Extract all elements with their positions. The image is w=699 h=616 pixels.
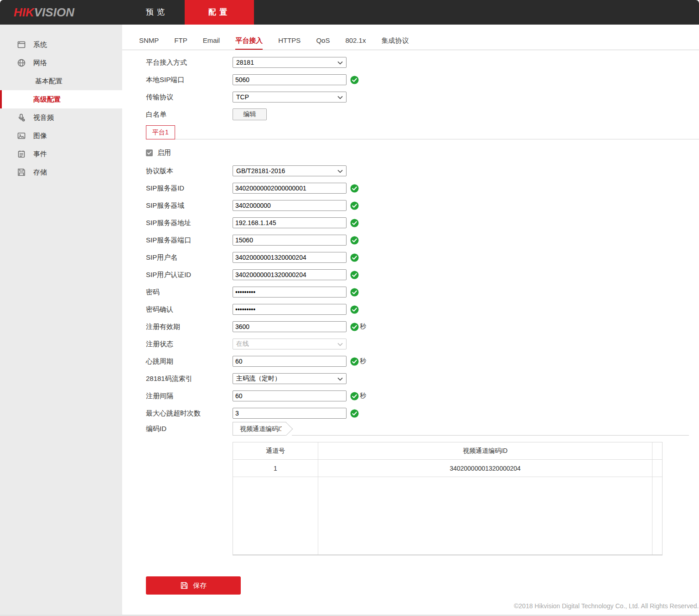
tab-qos[interactable]: QoS [316, 32, 330, 50]
topnav-preview[interactable]: 预览 [129, 0, 185, 25]
form-row-sip-server-address: SIP服务器地址 [146, 214, 699, 231]
event-icon [16, 149, 26, 159]
stream-index-28181-label: 28181码流索引 [146, 375, 233, 383]
sip-server-domain-label: SIP服务器域 [146, 201, 233, 210]
enable-checkbox[interactable] [146, 149, 153, 156]
table-header-scroll-column [652, 442, 662, 460]
sip-server-port-label: SIP服务器端口 [146, 236, 233, 245]
sidebar-subitem-advanced-config[interactable]: 高级配置 [0, 90, 122, 108]
password-input[interactable] [233, 287, 347, 298]
form-row-register-status: 注册状态在线 [146, 335, 699, 353]
heartbeat-cycle-unit-label: 秒 [360, 357, 366, 365]
sip-server-port-input[interactable] [233, 235, 347, 246]
sip-user-auth-id-input[interactable] [233, 269, 347, 280]
register-interval-input[interactable] [233, 390, 347, 401]
chevron-down-icon [337, 59, 343, 66]
sip-server-address-input[interactable] [233, 217, 347, 228]
form-row-protocol-version: 协议版本GB/T28181-2016 [146, 162, 699, 180]
form-row-local-sip-port: 本地SIP端口 [146, 71, 699, 88]
register-interval-label: 注册间隔 [146, 392, 233, 400]
config-tabs: SNMPFTPEmail平台接入HTTPSQoS802.1x集成协议 [122, 32, 699, 50]
register-validity-input[interactable] [233, 321, 347, 332]
valid-check-icon [350, 288, 359, 297]
whitelist-button[interactable]: 编辑 [233, 108, 267, 120]
chevron-down-icon [337, 96, 343, 99]
sip-server-address-label: SIP服务器地址 [146, 219, 233, 227]
chevron-down-icon [337, 93, 343, 101]
local-sip-port-input[interactable] [233, 74, 347, 85]
whitelist-label: 白名单 [146, 110, 233, 119]
tab-https[interactable]: HTTPS [278, 32, 300, 50]
form-row-platform-access-mode: 平台接入方式28181 [146, 54, 699, 71]
top-nav: 预览配置 [129, 0, 254, 25]
form-row-encode-id: 编码ID视频通道编码ID [146, 422, 699, 436]
protocol-version-selected-value: GB/T28181-2016 [236, 167, 285, 175]
platform-form: 协议版本GB/T28181-2016SIP服务器IDSIP服务器域SIP服务器地… [146, 162, 699, 436]
sidebar-item-video-audio[interactable]: 视音频 [0, 108, 122, 127]
audio-video-icon [16, 113, 26, 123]
transfer-protocol-label: 传输协议 [146, 93, 233, 102]
register-interval-unit-label: 秒 [360, 392, 366, 400]
sidebar-item-label: 图像 [33, 132, 47, 140]
max-heartbeat-timeouts-input[interactable] [233, 408, 347, 419]
hikvision-logo: HIKVISION [14, 5, 74, 19]
chevron-down-icon [337, 61, 343, 65]
tab-8021x[interactable]: 802.1x [345, 32, 366, 50]
tab-integration-protocol[interactable]: 集成协议 [381, 32, 409, 50]
heartbeat-cycle-input[interactable] [233, 356, 347, 367]
platform-access-mode-label: 平台接入方式 [146, 58, 233, 67]
heartbeat-cycle-label: 心跳周期 [146, 357, 233, 366]
save-button[interactable]: 保存 [146, 576, 241, 595]
transfer-protocol-select[interactable]: TCP [233, 92, 347, 103]
tab-snmp[interactable]: SNMP [139, 32, 159, 50]
tab-ftp[interactable]: FTP [174, 32, 187, 50]
valid-check-icon [350, 409, 359, 418]
sidebar-item-storage[interactable]: 存储 [0, 163, 122, 181]
sidebar-subitem-basic-config[interactable]: 基本配置 [0, 72, 122, 90]
form-row-transfer-protocol: 传输协议TCP [146, 88, 699, 106]
platform-access-mode-select[interactable]: 28181 [233, 57, 347, 68]
register-validity-label: 注册有效期 [146, 323, 233, 331]
sidebar-item-image[interactable]: 图像 [0, 127, 122, 145]
sip-username-input[interactable] [233, 252, 347, 263]
table-cell[interactable]: 1 [233, 460, 318, 477]
tab-platform-access[interactable]: 平台接入 [235, 32, 263, 50]
form-row-sip-server-id: SIP服务器ID [146, 180, 699, 197]
sip-server-domain-input[interactable] [233, 200, 347, 211]
sidebar-item-label: 网络 [33, 59, 47, 67]
stream-index-28181-select[interactable]: 主码流（定时） [233, 373, 347, 384]
platform-access-form-top: 平台接入方式28181本地SIP端口传输协议TCP白名单编辑 [146, 54, 699, 123]
hikvision-config-page: { "colors":{"accent_red":"#dd1f26","acce… [0, 0, 699, 616]
table-cell[interactable]: 34020000001320000204 [318, 460, 652, 477]
form-row-whitelist: 白名单编辑 [146, 106, 699, 123]
platform-tab-1[interactable]: 平台1 [146, 125, 175, 139]
sidebar-item-network[interactable]: 网络 [0, 54, 122, 72]
form-row-sip-username: SIP用户名 [146, 249, 699, 266]
topnav-config[interactable]: 配置 [185, 0, 254, 25]
sidebar-item-event[interactable]: 事件 [0, 145, 122, 163]
sip-server-id-label: SIP服务器ID [146, 184, 233, 193]
sip-server-id-input[interactable] [233, 183, 347, 194]
password-label: 密码 [146, 288, 233, 297]
table-header-video-channel-encode-id: 视频通道编码ID [318, 442, 652, 460]
table-row-scroll-cell [652, 460, 662, 477]
password-confirm-input[interactable] [233, 304, 347, 315]
sidebar-item-label: 系统 [33, 41, 47, 49]
register-status-label: 注册状态 [146, 340, 233, 349]
encode-id-channel-tab[interactable]: 视频通道编码ID [233, 422, 286, 436]
encode-id-label: 编码ID [146, 425, 233, 433]
sidebar-item-label: 事件 [33, 150, 47, 159]
transfer-protocol-selected-value: TCP [236, 93, 249, 101]
form-row-heartbeat-cycle: 心跳周期秒 [146, 353, 699, 370]
sidebar-item-label: 存储 [33, 168, 47, 177]
chevron-down-icon [337, 340, 343, 348]
sip-username-label: SIP用户名 [146, 253, 233, 262]
chevron-down-icon [337, 169, 343, 173]
topbar: HIKVISION 预览配置 [0, 0, 699, 25]
valid-check-icon [350, 219, 359, 227]
sidebar-item-system[interactable]: 系统 [0, 36, 122, 54]
main-content: SNMPFTPEmail平台接入HTTPSQoS802.1x集成协议 平台接入方… [122, 25, 699, 616]
protocol-version-select[interactable]: GB/T28181-2016 [233, 165, 347, 176]
chevron-down-icon [337, 167, 343, 175]
tab-email[interactable]: Email [203, 32, 220, 50]
